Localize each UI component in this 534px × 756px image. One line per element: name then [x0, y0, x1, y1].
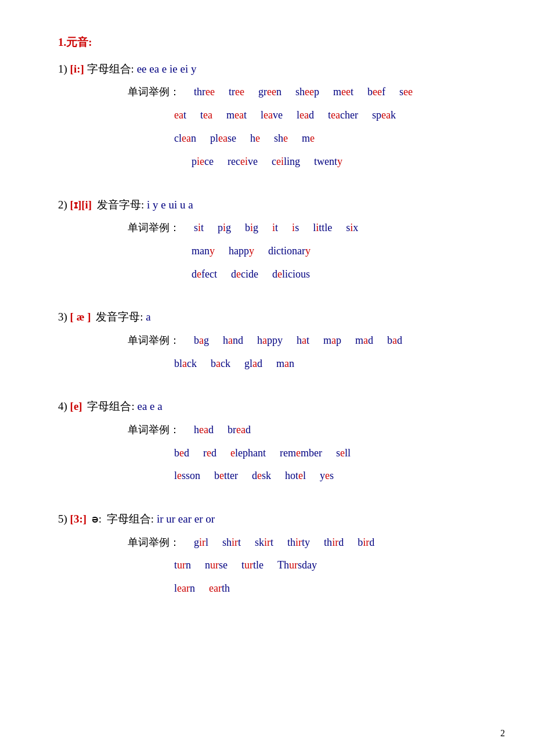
examples-label: 单词举例： [128, 330, 180, 352]
word: leave [261, 105, 283, 127]
word: bed [174, 442, 189, 465]
word: elephant [230, 442, 266, 465]
word: hat [297, 330, 309, 352]
word: he [250, 128, 260, 150]
phoneme-symbol: [ æ ] [70, 311, 91, 323]
example-row: learn earth [128, 578, 488, 600]
word: it [272, 217, 278, 239]
word: bread [228, 419, 251, 441]
phoneme-number: 2) [58, 199, 67, 211]
word: speak [372, 105, 396, 127]
word: ceiling [272, 151, 300, 173]
word: happy [257, 330, 283, 352]
phoneme-combos: i y e ui u a [147, 199, 193, 211]
phoneme-label: 字母组合: [87, 400, 134, 412]
word: see [399, 81, 413, 103]
phoneme-e: 4) [e] 字母组合: ea e a 单词举例： head bread bed… [58, 398, 488, 487]
word: she [274, 128, 288, 150]
word: lesson [174, 465, 200, 487]
phoneme-header-3long: 5) [3:] ə: 字母组合: ir ur ear er or [58, 510, 488, 528]
word: skirt [255, 532, 273, 554]
word: sheep [295, 81, 319, 103]
word: red [203, 442, 217, 465]
phoneme-combos: a [146, 311, 150, 323]
example-row: many happy dictionary [128, 240, 488, 262]
word: back [211, 353, 230, 375]
phoneme-number: 1) [58, 63, 67, 75]
phoneme-ilong: 1) [i:] 字母组合: ee ea e ie ei y 单词举例： thre… [58, 60, 488, 173]
word: turn [174, 555, 191, 577]
word: meet [333, 81, 353, 103]
phoneme-extra: ə: [92, 513, 102, 525]
page-number: 2 [500, 728, 505, 739]
word: lead [297, 105, 314, 127]
phoneme-label: 发音字母: [96, 311, 143, 323]
word: three [194, 81, 215, 103]
phoneme-number: 5) [58, 513, 67, 525]
word: Thursday [277, 555, 317, 577]
example-row: turn nurse turtle Thursday [128, 555, 488, 577]
example-row: black back glad man [128, 353, 488, 375]
example-row: clean please he she me [128, 128, 488, 150]
example-row: 单词举例： three tree green sheep meet beef s… [128, 81, 488, 103]
word: is [292, 217, 299, 239]
phoneme-symbol: [ɪ][i] [70, 199, 92, 211]
word: tree [229, 81, 244, 103]
word: meat [226, 105, 247, 127]
word: piece [192, 151, 214, 173]
word: decide [231, 264, 258, 286]
word: better [214, 465, 238, 487]
word: bird [358, 532, 374, 554]
word: many [192, 240, 215, 262]
word: beef [367, 81, 385, 103]
word: delicious [272, 264, 310, 286]
word: mad [355, 330, 373, 352]
word: big [245, 217, 258, 239]
example-row: lesson better desk hotel yes [128, 465, 488, 487]
word: pig [218, 217, 231, 239]
word: shirt [222, 532, 241, 554]
phoneme-3long: 5) [3:] ə: 字母组合: ir ur ear er or 单词举例： g… [58, 510, 488, 600]
example-row: 单词举例： head bread [128, 419, 488, 441]
word: thirty [287, 532, 310, 554]
examples-label: 单词举例： [128, 532, 180, 554]
word: green [258, 81, 282, 103]
word: bad [387, 330, 402, 352]
word: turtle [241, 555, 264, 577]
word: little [313, 217, 332, 239]
word: learn [174, 578, 195, 600]
example-row: bed red elephant remember sell [128, 442, 488, 465]
phoneme-header-ae: 3) [ æ ] 发音字母: a [58, 308, 488, 326]
word: hand [223, 330, 243, 352]
word: clean [174, 128, 196, 150]
section-title: 1.元音: [58, 35, 488, 50]
word: dictionary [268, 240, 311, 262]
word: girl [194, 532, 208, 554]
examples-label: 单词举例： [128, 81, 180, 103]
word: receive [228, 151, 258, 173]
examples-e: 单词举例： head bread bed red elephant rememb… [58, 419, 488, 487]
word: glad [244, 353, 262, 375]
phoneme-combos: ea e a [137, 400, 162, 412]
phoneme-ishort: 2) [ɪ][i] 发音字母: i y e ui u a 单词举例： sit p… [58, 196, 488, 286]
phoneme-combos: ir ur ear er or [157, 513, 215, 525]
examples-ae: 单词举例： bag hand happy hat map mad bad bla… [58, 330, 488, 375]
phoneme-combos: ee ea e ie ei y [137, 63, 197, 75]
word: head [194, 419, 214, 441]
example-row: eat tea meat leave lead teacher speak [128, 105, 488, 127]
word: sell [336, 442, 351, 465]
word: teacher [328, 105, 358, 127]
phoneme-label: 发音字母: [97, 199, 144, 211]
word: remember [280, 442, 322, 465]
examples-ishort: 单词举例： sit pig big it is little six many … [58, 217, 488, 285]
phoneme-number: 3) [58, 311, 67, 323]
phoneme-header-e: 4) [e] 字母组合: ea e a [58, 398, 488, 415]
phoneme-header-ishort: 2) [ɪ][i] 发音字母: i y e ui u a [58, 196, 488, 214]
word: map [323, 330, 341, 352]
word: nurse [205, 555, 228, 577]
word: six [346, 217, 358, 239]
word: sit [194, 217, 204, 239]
word: eat [174, 105, 186, 127]
word: please [210, 128, 236, 150]
word: tea [200, 105, 212, 127]
